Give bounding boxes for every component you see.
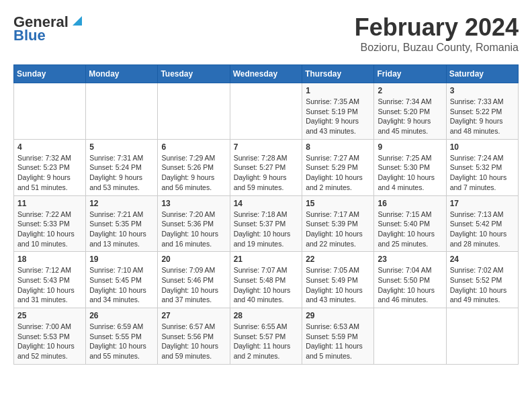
page-header: General Blue February 2024 Bozioru, Buza… [13, 13, 519, 54]
calendar-cell: 25Sunrise: 7:00 AMSunset: 5:53 PMDayligh… [14, 308, 86, 365]
day-number: 5 [89, 142, 154, 152]
calendar-cell [14, 83, 86, 140]
weekday-header: Thursday [302, 65, 374, 83]
calendar-week-row: 18Sunrise: 7:12 AMSunset: 5:43 PMDayligh… [14, 252, 519, 308]
calendar-cell: 10Sunrise: 7:24 AMSunset: 5:32 PMDayligh… [446, 139, 518, 195]
page-title: February 2024 [355, 13, 519, 42]
day-info: Sunrise: 7:05 AMSunset: 5:49 PMDaylight:… [306, 265, 370, 305]
day-info: Sunrise: 7:18 AMSunset: 5:37 PMDaylight:… [234, 210, 299, 249]
day-info: Sunrise: 7:12 AMSunset: 5:43 PMDaylight:… [17, 265, 82, 305]
day-number: 20 [161, 255, 226, 264]
calendar-week-row: 1Sunrise: 7:35 AMSunset: 5:19 PMDaylight… [14, 83, 519, 140]
calendar-cell: 9Sunrise: 7:25 AMSunset: 5:30 PMDaylight… [374, 139, 446, 195]
calendar-cell [158, 83, 230, 140]
weekday-header: Friday [374, 65, 446, 83]
day-number: 3 [450, 86, 515, 95]
day-number: 14 [234, 199, 299, 208]
day-info: Sunrise: 6:53 AMSunset: 5:59 PMDaylight:… [306, 322, 370, 361]
logo-arrow-icon [70, 13, 85, 28]
day-number: 27 [161, 311, 226, 320]
calendar-cell: 4Sunrise: 7:32 AMSunset: 5:23 PMDaylight… [14, 139, 86, 195]
day-info: Sunrise: 7:31 AMSunset: 5:24 PMDaylight:… [89, 153, 154, 193]
calendar-week-row: 25Sunrise: 7:00 AMSunset: 5:53 PMDayligh… [14, 308, 519, 365]
calendar-cell: 18Sunrise: 7:12 AMSunset: 5:43 PMDayligh… [14, 252, 86, 308]
day-number: 9 [378, 142, 442, 152]
day-info: Sunrise: 6:57 AMSunset: 5:56 PMDaylight:… [161, 322, 226, 361]
day-number: 6 [161, 142, 226, 152]
day-number: 2 [378, 86, 442, 95]
calendar-week-row: 4Sunrise: 7:32 AMSunset: 5:23 PMDaylight… [14, 139, 519, 195]
page-subtitle: Bozioru, Buzau County, Romania [355, 42, 519, 54]
svg-marker-0 [73, 16, 82, 26]
weekday-header: Sunday [14, 65, 86, 83]
day-info: Sunrise: 7:20 AMSunset: 5:36 PMDaylight:… [161, 210, 226, 249]
day-number: 4 [17, 142, 82, 152]
calendar-cell: 11Sunrise: 7:22 AMSunset: 5:33 PMDayligh… [14, 195, 86, 252]
weekday-header: Saturday [446, 65, 518, 83]
day-number: 23 [378, 255, 442, 264]
day-info: Sunrise: 7:00 AMSunset: 5:53 PMDaylight:… [17, 322, 82, 361]
calendar-cell: 15Sunrise: 7:17 AMSunset: 5:39 PMDayligh… [302, 195, 374, 252]
calendar-cell: 22Sunrise: 7:05 AMSunset: 5:49 PMDayligh… [302, 252, 374, 308]
calendar-cell: 1Sunrise: 7:35 AMSunset: 5:19 PMDaylight… [302, 83, 374, 140]
calendar-cell: 14Sunrise: 7:18 AMSunset: 5:37 PMDayligh… [230, 195, 302, 252]
day-number: 7 [234, 142, 299, 152]
calendar-cell: 26Sunrise: 6:59 AMSunset: 5:55 PMDayligh… [86, 308, 158, 365]
calendar-cell: 6Sunrise: 7:29 AMSunset: 5:26 PMDaylight… [158, 139, 230, 195]
calendar-cell: 7Sunrise: 7:28 AMSunset: 5:27 PMDaylight… [230, 139, 302, 195]
day-number: 17 [450, 199, 515, 208]
calendar-cell: 24Sunrise: 7:02 AMSunset: 5:52 PMDayligh… [446, 252, 518, 308]
day-info: Sunrise: 7:21 AMSunset: 5:35 PMDaylight:… [89, 210, 154, 249]
day-info: Sunrise: 7:32 AMSunset: 5:23 PMDaylight:… [17, 153, 82, 193]
weekday-header: Monday [86, 65, 158, 83]
day-number: 16 [378, 199, 442, 208]
day-info: Sunrise: 7:02 AMSunset: 5:52 PMDaylight:… [450, 265, 515, 305]
calendar-cell [374, 308, 446, 365]
day-info: Sunrise: 7:09 AMSunset: 5:46 PMDaylight:… [161, 265, 226, 305]
day-number: 13 [161, 199, 226, 208]
calendar-cell [86, 83, 158, 140]
day-info: Sunrise: 7:27 AMSunset: 5:29 PMDaylight:… [306, 153, 370, 193]
calendar-cell [446, 308, 518, 365]
calendar-cell: 3Sunrise: 7:33 AMSunset: 5:22 PMDaylight… [446, 83, 518, 140]
day-number: 29 [306, 311, 370, 320]
calendar-cell: 28Sunrise: 6:55 AMSunset: 5:57 PMDayligh… [230, 308, 302, 365]
day-number: 24 [450, 255, 515, 264]
day-info: Sunrise: 6:55 AMSunset: 5:57 PMDaylight:… [234, 322, 299, 361]
calendar-cell: 16Sunrise: 7:15 AMSunset: 5:40 PMDayligh… [374, 195, 446, 252]
day-number: 21 [234, 255, 299, 264]
logo-blue: Blue [13, 27, 46, 44]
title-block: February 2024 Bozioru, Buzau County, Rom… [355, 13, 519, 54]
day-info: Sunrise: 7:13 AMSunset: 5:42 PMDaylight:… [450, 210, 515, 249]
calendar-cell: 12Sunrise: 7:21 AMSunset: 5:35 PMDayligh… [86, 195, 158, 252]
day-number: 25 [17, 311, 82, 320]
day-number: 15 [306, 199, 370, 208]
calendar-cell: 13Sunrise: 7:20 AMSunset: 5:36 PMDayligh… [158, 195, 230, 252]
day-info: Sunrise: 7:35 AMSunset: 5:19 PMDaylight:… [306, 97, 370, 136]
calendar-cell: 5Sunrise: 7:31 AMSunset: 5:24 PMDaylight… [86, 139, 158, 195]
day-info: Sunrise: 7:04 AMSunset: 5:50 PMDaylight:… [378, 265, 442, 305]
calendar-cell: 2Sunrise: 7:34 AMSunset: 5:20 PMDaylight… [374, 83, 446, 140]
day-info: Sunrise: 7:29 AMSunset: 5:26 PMDaylight:… [161, 153, 226, 193]
day-info: Sunrise: 7:22 AMSunset: 5:33 PMDaylight:… [17, 210, 82, 249]
calendar-cell: 17Sunrise: 7:13 AMSunset: 5:42 PMDayligh… [446, 195, 518, 252]
weekday-header: Tuesday [158, 65, 230, 83]
calendar-cell: 21Sunrise: 7:07 AMSunset: 5:48 PMDayligh… [230, 252, 302, 308]
calendar-cell: 20Sunrise: 7:09 AMSunset: 5:46 PMDayligh… [158, 252, 230, 308]
calendar-cell: 29Sunrise: 6:53 AMSunset: 5:59 PMDayligh… [302, 308, 374, 365]
day-number: 8 [306, 142, 370, 152]
calendar-week-row: 11Sunrise: 7:22 AMSunset: 5:33 PMDayligh… [14, 195, 519, 252]
day-number: 11 [17, 199, 82, 208]
weekday-header: Wednesday [230, 65, 302, 83]
day-number: 12 [89, 199, 154, 208]
logo: General Blue [13, 13, 85, 44]
day-number: 22 [306, 255, 370, 264]
day-info: Sunrise: 7:17 AMSunset: 5:39 PMDaylight:… [306, 210, 370, 249]
calendar-cell: 23Sunrise: 7:04 AMSunset: 5:50 PMDayligh… [374, 252, 446, 308]
calendar-cell [230, 83, 302, 140]
day-number: 1 [306, 86, 370, 95]
weekday-row: SundayMondayTuesdayWednesdayThursdayFrid… [14, 65, 519, 83]
calendar-header: SundayMondayTuesdayWednesdayThursdayFrid… [14, 65, 519, 83]
calendar-cell: 8Sunrise: 7:27 AMSunset: 5:29 PMDaylight… [302, 139, 374, 195]
day-number: 28 [234, 311, 299, 320]
